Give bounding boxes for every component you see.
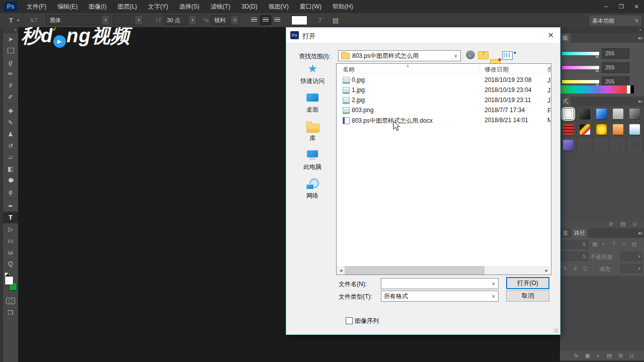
style-swatch-empty[interactable] xyxy=(593,137,610,153)
text-orientation-icon[interactable]: ⇅T xyxy=(28,17,40,24)
zoom-tool[interactable]: Q xyxy=(3,258,18,269)
type-tool-icon[interactable]: T xyxy=(7,17,15,24)
blur-tool[interactable] xyxy=(3,174,18,186)
pen-tool[interactable]: ✒ xyxy=(3,200,18,212)
tab-styles[interactable]: 式 xyxy=(560,97,571,106)
style-swatch-empty[interactable] xyxy=(610,137,626,153)
sidebar-item-desktop[interactable]: 桌面 xyxy=(290,92,335,114)
sidebar-item-this-pc[interactable]: 此电脑 xyxy=(290,149,335,171)
layers-panel-menu-icon[interactable]: ▾≡ xyxy=(638,231,642,236)
align-left-button[interactable] xyxy=(249,16,259,25)
file-row[interactable]: 0.jpg 2018/10/19 23:08 JPG 文件 xyxy=(337,75,551,85)
default-colors-icon[interactable] xyxy=(5,273,9,277)
tab-channels[interactable]: 道 xyxy=(560,228,571,238)
view-menu-arrow-icon[interactable]: ▾ xyxy=(514,50,516,55)
column-type[interactable]: 类型 xyxy=(547,65,550,74)
menu-select[interactable]: 选择(S) xyxy=(174,0,205,13)
opacity-select[interactable]: ▾ xyxy=(620,252,642,261)
font-style-arrow-icon[interactable]: ▾ xyxy=(135,16,142,25)
column-name[interactable]: 名称 xyxy=(343,65,355,74)
add-mask-icon[interactable]: ▣ xyxy=(585,352,590,359)
dodge-tool[interactable]: φ xyxy=(3,186,18,198)
scroll-right-icon[interactable]: ▸ xyxy=(542,266,551,275)
anti-alias-spin-icon[interactable]: ⇅ xyxy=(231,16,238,25)
red-value[interactable]: 255 xyxy=(602,48,629,59)
green-value[interactable]: 255 xyxy=(602,62,629,73)
scrollbar-thumb[interactable] xyxy=(345,266,485,275)
align-right-button[interactable] xyxy=(272,16,282,25)
open-button[interactable]: 打开(O) xyxy=(506,277,549,289)
tab-paths[interactable]: 路径 xyxy=(572,228,588,238)
path-selection-tool[interactable]: ▷ xyxy=(3,223,18,235)
tool-preset-arrow-icon[interactable]: ▾ xyxy=(15,18,21,23)
delete-style-icon[interactable]: ⊔ xyxy=(632,221,637,227)
menu-3d[interactable]: 3D(D) xyxy=(236,0,263,13)
fill-select[interactable]: ▾ xyxy=(620,264,642,273)
styles-panel-menu-icon[interactable]: ▾≡ xyxy=(638,99,642,104)
back-button[interactable]: ← xyxy=(466,50,475,59)
foreground-color-swatch[interactable] xyxy=(5,277,13,285)
style-swatch[interactable] xyxy=(593,122,610,137)
filter-type-icon[interactable]: T xyxy=(612,241,616,247)
font-style-select[interactable]: ▾ xyxy=(113,15,143,25)
cancel-button[interactable]: 取消 xyxy=(506,290,549,302)
marquee-tool[interactable] xyxy=(3,45,18,56)
font-family-select[interactable]: 黑体 ▾ xyxy=(46,15,110,25)
color-panel-menu-icon[interactable]: ▾≡ xyxy=(638,36,642,41)
blue-slider[interactable] xyxy=(561,79,600,84)
column-date-modified[interactable]: 修改日期 xyxy=(485,65,509,74)
style-swatch[interactable] xyxy=(577,106,593,122)
filter-smart-icon[interactable]: ▤ xyxy=(631,241,636,247)
dialog-close-icon[interactable]: ✕ xyxy=(547,31,554,40)
move-tool[interactable]: ➤ xyxy=(3,33,18,45)
dialog-title-bar[interactable]: Ps 打开 ✕ xyxy=(286,28,560,43)
green-slider-thumb[interactable] xyxy=(595,69,599,72)
file-row[interactable]: 1.jpg 2018/10/19 23:04 JPG 文件 xyxy=(337,85,551,95)
style-swatch[interactable] xyxy=(626,122,643,137)
layer-style-fx-icon[interactable]: fx xyxy=(574,352,579,358)
filter-adjustment-icon[interactable]: ◐ xyxy=(602,241,606,247)
screen-mode-icon[interactable]: ❒ xyxy=(3,309,18,316)
align-center-button[interactable] xyxy=(260,15,271,25)
type-tool[interactable]: T xyxy=(3,212,18,223)
eraser-tool[interactable]: ▱ xyxy=(3,151,18,163)
sidebar-item-quick-access[interactable]: ★ 快速访问 xyxy=(290,63,335,85)
workspace-select[interactable]: 基本功能 ⇅ xyxy=(590,16,641,26)
horizontal-scrollbar[interactable]: ◂ ▸ xyxy=(337,266,550,275)
filename-input[interactable]: ∨ xyxy=(381,278,499,289)
sidebar-item-network[interactable]: 网络 xyxy=(290,177,335,200)
font-size-select[interactable]: 30 点 ▾ xyxy=(164,15,197,25)
color-spectrum-ramp[interactable] xyxy=(560,85,627,94)
warp-text-icon[interactable]: T xyxy=(316,17,324,24)
adjustment-layer-icon[interactable]: ◐ xyxy=(597,352,600,358)
style-swatch[interactable] xyxy=(610,106,626,122)
scroll-left-icon[interactable]: ◂ xyxy=(337,266,345,275)
lock-position-icon[interactable]: ✛ xyxy=(573,265,578,272)
clear-style-icon[interactable]: ⊘ xyxy=(609,221,613,227)
close-button[interactable]: ✕ xyxy=(629,0,644,13)
minimize-button[interactable]: ─ xyxy=(599,0,614,13)
tab-swatches[interactable]: 板 xyxy=(560,33,571,43)
spot-healing-tool[interactable]: ✚ xyxy=(3,105,18,117)
filter-shape-icon[interactable]: ▭ xyxy=(621,241,626,247)
up-one-level-button[interactable]: ↑ xyxy=(478,51,489,59)
menu-help[interactable]: 帮助(H) xyxy=(327,0,359,13)
style-swatch[interactable] xyxy=(560,122,577,137)
tools-collapse-icon[interactable]: » xyxy=(3,27,18,33)
new-layer-icon[interactable]: ⊞ xyxy=(618,352,623,359)
spectrum-white-swatch[interactable] xyxy=(627,85,630,94)
style-swatch[interactable] xyxy=(593,106,610,122)
style-swatch-empty[interactable] xyxy=(577,137,593,153)
red-slider-thumb[interactable] xyxy=(595,55,599,58)
filetype-select[interactable]: 所有格式 ∨ xyxy=(381,291,499,302)
gradient-tool[interactable]: ◧ xyxy=(3,163,18,174)
toggle-panels-icon[interactable]: ▤ xyxy=(331,17,341,24)
menu-image[interactable]: 图像(I) xyxy=(83,0,112,13)
sidebar-item-libraries[interactable]: 库 xyxy=(290,120,335,142)
layer-filter-select[interactable]: ⇅ xyxy=(561,240,588,249)
anti-alias-select[interactable]: 锐利 ⇅ xyxy=(211,15,239,25)
new-group-icon[interactable]: ▤ xyxy=(607,352,612,359)
lasso-tool[interactable]: ϱ xyxy=(3,56,18,68)
crop-tool[interactable]: # xyxy=(3,79,18,91)
spectrum-black-swatch[interactable] xyxy=(630,85,634,94)
